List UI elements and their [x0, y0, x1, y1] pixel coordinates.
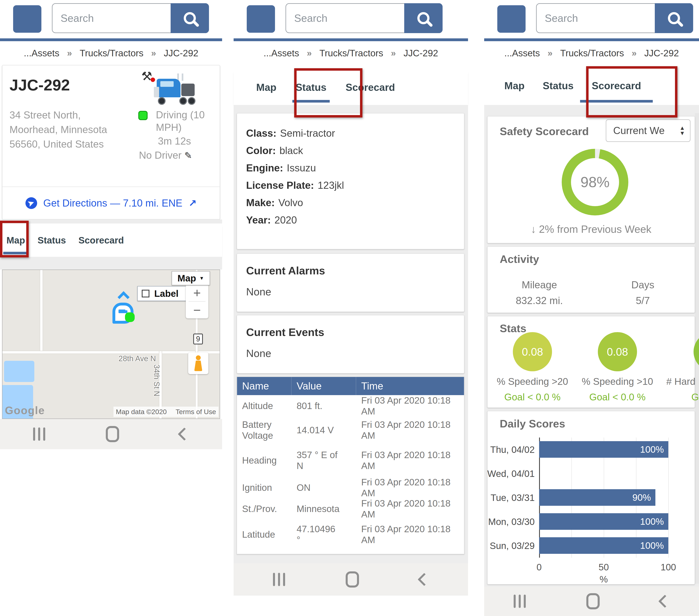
tab-bar: Map Status Scorecard [0, 223, 222, 257]
arrow-down-icon: ↓ [531, 223, 536, 235]
tab-status[interactable]: Status [543, 67, 573, 105]
tab-scorecard[interactable]: Scorecard [592, 67, 641, 105]
recents-button[interactable] [273, 573, 285, 586]
breadcrumb-trucks[interactable]: Trucks/Tractors [319, 48, 383, 58]
home-button[interactable] [106, 426, 119, 442]
score-delta: ↓ 2% from Previous Week [488, 223, 695, 235]
header-divider [0, 38, 222, 41]
menu-button[interactable] [13, 5, 41, 33]
chart-row: Tue, 03/31 90% [539, 486, 668, 510]
breadcrumb-separator-icon: » [67, 48, 72, 58]
header-divider [234, 38, 468, 41]
pegman-icon [194, 355, 203, 371]
status-duration: 3m 12s [158, 135, 191, 147]
detail-color: Color:black [246, 142, 464, 159]
zoom-in-button[interactable]: + [186, 285, 208, 301]
tab-map[interactable]: Map [6, 223, 25, 257]
category-label: Sun, 03/29 [490, 540, 535, 551]
search-button[interactable] [171, 3, 209, 33]
category-label: Mon, 03/30 [488, 516, 535, 527]
stat-goal: Goal < 0.0 % [494, 392, 571, 403]
recents-button[interactable] [514, 594, 526, 608]
tab-map[interactable]: Map [256, 70, 276, 105]
get-directions-link[interactable]: Get Directions — 7.10 mi. ENE ↗ [2, 187, 220, 219]
search-button[interactable] [655, 3, 693, 33]
stat-label: % Speeding >10 [579, 376, 656, 387]
back-button[interactable] [658, 594, 671, 608]
breadcrumb-vehicle[interactable]: JJC-292 [404, 48, 438, 58]
map-attribution: Map data ©2020 Terms of Use [114, 407, 219, 417]
map-water [4, 361, 34, 382]
pegman-button[interactable] [188, 352, 208, 374]
tab-status[interactable]: Status [38, 223, 66, 257]
x-axis-label: % [539, 574, 668, 585]
events-value: None [246, 347, 271, 359]
scorecard-title: Safety Scorecard [500, 125, 589, 137]
vehicle-status: Driving (10 MPH) [156, 109, 208, 134]
current-alarms-card: Current Alarms None [237, 253, 464, 312]
tab-scorecard[interactable]: Scorecard [79, 223, 124, 257]
vehicle-map-marker[interactable] [113, 294, 137, 324]
breadcrumb-trucks[interactable]: Trucks/Tractors [560, 48, 624, 58]
chart-row: Mon, 03/30 100% [539, 510, 668, 534]
table-header-row: Name Value Time [237, 377, 464, 395]
maintenance-icon[interactable]: ⚒ [141, 69, 152, 83]
bar: 100% [539, 513, 668, 530]
menu-button[interactable] [497, 5, 526, 33]
gap-band [0, 220, 222, 223]
breadcrumb-vehicle[interactable]: JJC-292 [644, 48, 679, 58]
breadcrumb-assets[interactable]: ...Assets [263, 48, 299, 58]
map-data-credit: Map data ©2020 [116, 408, 167, 416]
app-header [0, 0, 222, 38]
app-header [234, 0, 468, 38]
tab-bar: Map Status Scorecard [234, 70, 468, 105]
menu-button[interactable] [247, 5, 275, 33]
heading-chevron-icon [118, 291, 129, 303]
back-button[interactable] [178, 428, 191, 441]
daily-scores-bar-chart: Thu, 04/02 100% Wed, 04/01 Tue, 03/31 90… [539, 437, 668, 558]
tab-map[interactable]: Map [504, 67, 525, 105]
home-button[interactable] [586, 593, 600, 610]
street-label-v: 34th St N [152, 364, 161, 413]
breadcrumb-separator-icon: » [151, 48, 156, 58]
col-header-time: Time [356, 377, 464, 395]
score-donut-chart: 98% [562, 149, 628, 215]
zoom-control: + − [186, 285, 208, 318]
vehicle-name: JJC-292 [10, 76, 70, 94]
activity-mileage: Mileage 832.32 mi. [488, 277, 591, 309]
breadcrumb-assets[interactable]: ...Assets [24, 48, 60, 58]
table-row: Heading 357 ° E of N Fri 03 Apr 2020 10:… [237, 444, 464, 477]
breadcrumb-separator-icon: » [391, 48, 396, 58]
search-bar [536, 3, 693, 33]
recents-button[interactable] [33, 428, 45, 441]
search-icon [417, 12, 430, 24]
search-button[interactable] [404, 3, 443, 33]
breadcrumb: ...Assets » Trucks/Tractors » JJC-292 [0, 46, 222, 60]
current-events-card: Current Events None [237, 315, 464, 373]
breadcrumb-assets[interactable]: ...Assets [504, 48, 540, 58]
events-title: Current Events [246, 326, 324, 338]
period-select[interactable]: Current We ▲▼ [606, 119, 690, 142]
breadcrumb-trucks[interactable]: Trucks/Tractors [80, 48, 144, 58]
breadcrumb-vehicle[interactable]: JJC-292 [164, 48, 198, 58]
select-spinner-icon: ▲▼ [680, 126, 685, 136]
screenshot-canvas: ...Assets » Trucks/Tractors » JJC-292 JJ… [0, 0, 699, 616]
tab-scorecard[interactable]: Scorecard [346, 70, 395, 105]
street-label-h: 28th Ave N [119, 354, 156, 363]
map-type-button[interactable]: Map ▼ [172, 271, 210, 285]
driver-assignment[interactable]: No Driver ✎ [139, 149, 192, 161]
google-map[interactable]: 28th Ave N 34th St N 9 Map ▼ Label + − G… [2, 270, 220, 419]
route-badge: 9 [193, 333, 203, 344]
tab-status[interactable]: Status [295, 70, 327, 105]
col-header-value: Value [292, 377, 356, 395]
terms-of-use-link[interactable]: Terms of Use [176, 408, 216, 416]
home-button[interactable] [346, 572, 359, 588]
table-row: Latitude 47.10496 ° Fri 03 Apr 2020 10:1… [237, 519, 464, 550]
back-button[interactable] [418, 573, 431, 586]
table-row: Battery Voltage 14.014 V Fri 03 Apr 2020… [237, 416, 464, 444]
activity-title: Activity [500, 253, 539, 265]
zoom-out-button[interactable]: − [186, 302, 208, 318]
edit-pencil-icon: ✎ [184, 150, 192, 161]
breadcrumb-separator-icon: » [307, 48, 312, 58]
chevron-down-icon: ▼ [199, 275, 204, 281]
